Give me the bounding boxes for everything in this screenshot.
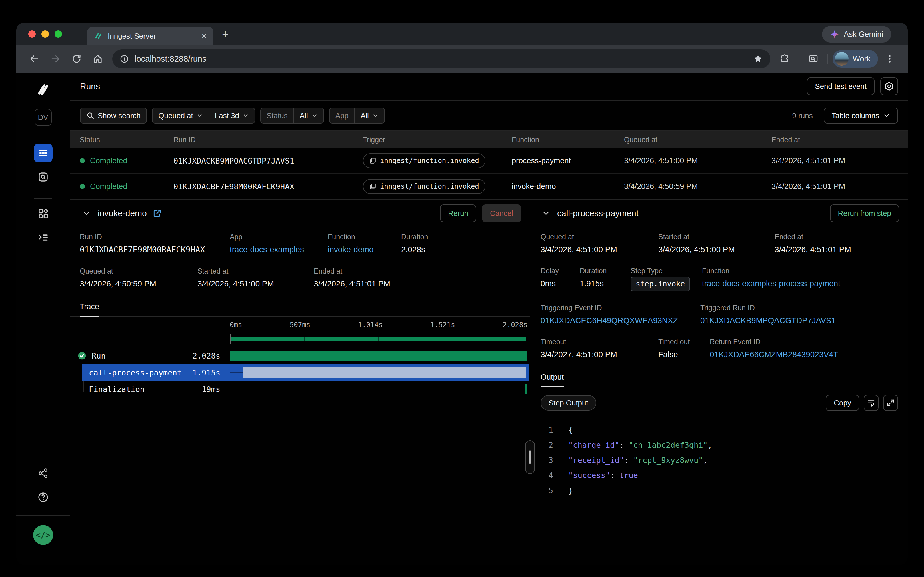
step-bar[interactable] [243,367,526,378]
expand-output-button[interactable] [883,395,898,411]
url-text[interactable]: localhost:8288/runs [135,54,747,64]
reload-icon[interactable] [67,50,86,68]
table-columns-button[interactable]: Table columns [824,108,898,124]
trigger-name: inngest/function.invoked [380,182,479,190]
wrap-text-button[interactable] [864,395,879,411]
browser-tab[interactable]: Inngest Server × [87,27,214,45]
run-bar[interactable] [230,351,527,361]
axis-tick: 2.028s [503,321,527,329]
show-search-button[interactable]: Show search [80,108,147,124]
code-line: 4"success": true [530,468,908,483]
wrap-icon [867,398,876,407]
time-field-select[interactable]: Queued at [153,108,208,123]
trace-row-call-process-payment[interactable]: call-process-payment 1.915s [82,364,529,381]
status-filter-label: Status [267,111,288,120]
nav-runs-button[interactable] [34,143,53,163]
run-title: invoke-demo [98,208,147,218]
tab-output[interactable]: Output [541,373,564,387]
queued-at-cell: 3/4/2026, 4:51:00 PM [624,156,771,165]
finalization-bar[interactable] [525,384,527,394]
triggered-run-id-link[interactable]: 01KJXDACKB9MPQACGTDP7JAVS1 [700,316,908,325]
trigger-badge[interactable]: inngest/function.invoked [363,153,485,168]
trace-row-finalization[interactable]: Finalization 19ms [70,381,530,397]
minimize-window-button[interactable] [42,30,49,38]
bookmark-star-icon[interactable] [753,54,763,64]
field-duration: Duration 2.028s [401,233,530,254]
nav-apps-button[interactable] [34,204,53,223]
panel-resize-handle[interactable] [525,440,535,474]
status-filter-select[interactable]: All [293,108,323,123]
col-function: Function [512,135,624,144]
extensions-icon[interactable] [775,50,794,68]
forward-icon[interactable] [46,50,65,68]
field-started-at: Started at 3/4/2026, 4:51:00 PM [658,233,775,254]
step-title: call-process-payment [557,208,639,218]
collapse-chevron-icon[interactable] [82,209,91,218]
share-feedback-button[interactable] [34,464,53,483]
step-function-link[interactable]: trace-docs-examples-process-payment [702,279,908,288]
trace-row-run[interactable]: Run 2.028s [70,347,530,364]
side-search-icon[interactable] [804,50,823,68]
triggering-event-id-link[interactable]: 01KJXDACEC6H49QRQXWEA93NXZ [541,316,700,325]
field-started-at: Started at 3/4/2026, 4:51:00 PM [198,267,314,288]
tab-trace[interactable]: Trace [80,302,99,317]
table-row[interactable]: Completed 01KJXDACKB9MPQACGTDP7JAVS1 inn… [70,148,908,174]
url-bar[interactable]: localhost:8288/runs [112,50,770,68]
inngest-logo-icon[interactable] [35,81,51,98]
cancel-button[interactable]: Cancel [482,205,521,222]
copy-button[interactable]: Copy [826,395,859,411]
rail-divider [16,515,70,516]
app-link[interactable]: trace-docs-examples [230,245,328,254]
trace-minimap[interactable] [230,333,527,345]
step-output-toggle[interactable]: Step Output [541,395,596,411]
function-cell: invoke-demo [512,182,624,191]
table-row[interactable]: Completed 01KJXDACBF7E98M00RAFCK9HAX inn… [70,174,908,200]
function-link[interactable]: invoke-demo [328,245,401,254]
rail-divider [34,198,52,199]
return-event-id-link[interactable]: 01KJXDAE66CMZMB28439023V4T [710,350,908,359]
nav-events-button[interactable] [34,168,53,187]
field-step-type: Step Type step.invoke [631,267,702,291]
info-icon[interactable] [120,54,129,63]
toolbar-divider [828,54,828,64]
span-name: call-process-payment [89,368,182,377]
step-type-badge: step.invoke [631,277,690,291]
rerun-from-step-button[interactable]: Rerun from step [830,205,899,222]
external-link-icon[interactable] [153,209,162,218]
code-line: 3"receipt_id": "rcpt_9xyz8wvu", [530,453,908,468]
trigger-badge[interactable]: inngest/function.invoked [363,179,485,194]
col-ended-at: Ended at [771,135,908,144]
table-header: Status Run ID Trigger Function Queued at… [70,131,908,148]
app-avatar-badge[interactable]: DV [35,109,52,126]
dev-mode-button[interactable]: </> [33,525,53,545]
app-filter-select[interactable]: All [354,108,384,123]
close-window-button[interactable] [28,30,36,38]
send-test-event-button[interactable]: Send test event [807,77,874,95]
fullscreen-window-button[interactable] [55,30,62,38]
avatar [835,52,848,66]
field-function: Function trace-docs-examples-process-pay… [702,267,908,288]
nav-terminal-button[interactable] [34,228,53,247]
span-name: Run [92,351,106,360]
back-icon[interactable] [25,50,44,68]
col-queued-at: Queued at [624,135,771,144]
ended-at-cell: 3/4/2026, 4:51:01 PM [771,182,908,191]
page-title: Runs [80,82,100,91]
home-icon[interactable] [88,50,107,68]
rerun-button[interactable]: Rerun [440,205,476,222]
search-icon [86,111,94,119]
line-number: 1 [530,425,553,434]
settings-button[interactable] [880,77,898,95]
help-button[interactable] [34,488,53,507]
new-tab-button[interactable]: + [222,28,228,40]
ended-at-cell: 3/4/2026, 4:51:01 PM [771,156,908,165]
collapse-chevron-icon[interactable] [542,209,550,218]
time-range-select[interactable]: Last 3d [209,108,255,123]
browser-window: Inngest Server × + Ask Gemini [16,23,908,565]
field-timed-out: Timed out False [658,338,710,359]
more-icon[interactable] [880,50,899,68]
close-tab-icon[interactable]: × [201,32,207,40]
ask-gemini-button[interactable]: Ask Gemini [822,26,891,43]
profile-chip[interactable]: Work [832,50,878,68]
code-lines[interactable]: 1{2"charge_id": "ch_1abc2def3ghi",3"rece… [530,422,908,498]
